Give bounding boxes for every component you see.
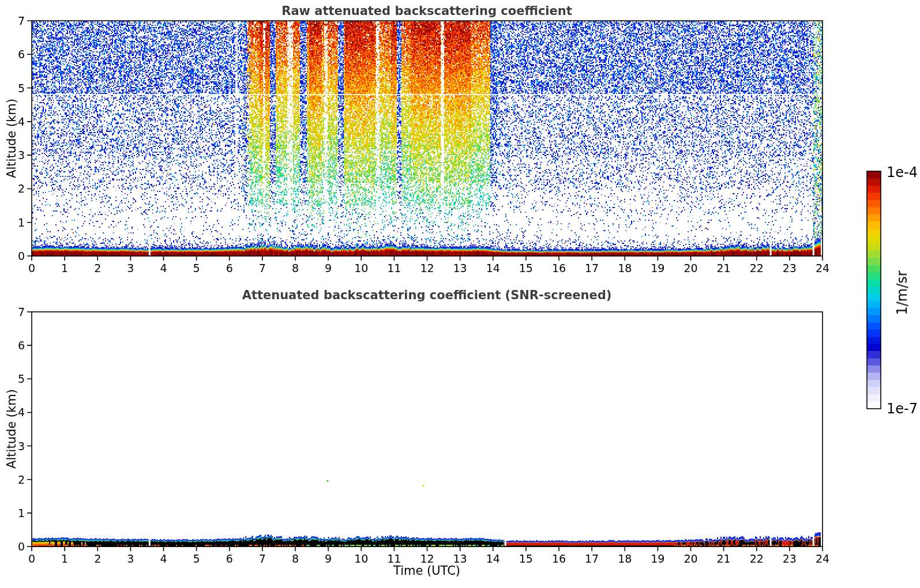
x-tick-label: 12: [420, 262, 434, 274]
x-tick-label: 2: [94, 262, 101, 274]
x-tick-label: 11: [387, 552, 401, 565]
x-tick-label: 11: [387, 262, 401, 274]
raw-panel-title: Raw attenuated backscattering coefficien…: [281, 4, 572, 18]
x-tick-label: 10: [354, 262, 368, 274]
x-tick-label: 2: [94, 552, 101, 565]
x-tick-label: 21: [717, 262, 731, 274]
x-tick-label: 22: [750, 262, 764, 274]
x-tick-label: 13: [453, 262, 467, 274]
y-tick-label: 4: [18, 406, 25, 419]
y-tick-label: 2: [18, 473, 25, 486]
x-tick-label: 23: [783, 262, 797, 274]
x-tick-label: 10: [354, 552, 368, 565]
x-tick-label: 0: [28, 552, 35, 565]
x-tick-label: 15: [519, 552, 533, 565]
x-tick-label: 23: [783, 552, 797, 565]
x-tick-label: 20: [684, 552, 697, 565]
x-tick-label: 1: [61, 262, 68, 274]
screened-y-axis-label: Altitude (km): [5, 389, 18, 469]
y-tick-label: 7: [18, 306, 25, 318]
y-tick-label: 3: [18, 440, 25, 453]
x-tick-label: 16: [552, 552, 566, 565]
x-tick-label: 12: [420, 552, 434, 565]
x-tick-label: 5: [193, 262, 200, 274]
y-tick-label: 5: [18, 82, 25, 95]
x-tick-label: 3: [127, 552, 134, 565]
x-tick-label: 0: [28, 262, 35, 274]
colorbar-max-label: 1e-4: [887, 164, 918, 180]
x-tick-label: 8: [292, 262, 299, 274]
x-tick-label: 8: [292, 552, 299, 565]
x-tick-label: 24: [816, 552, 829, 565]
x-tick-label: 13: [453, 552, 467, 565]
x-tick-label: 4: [160, 552, 167, 565]
x-tick-label: 4: [160, 262, 167, 274]
y-tick-label: 4: [18, 115, 25, 128]
x-tick-label: 6: [226, 552, 233, 565]
x-tick-label: 21: [717, 552, 731, 565]
x-tick-label: 15: [519, 262, 533, 274]
y-tick-label: 6: [18, 339, 25, 352]
x-tick-label: 18: [618, 262, 632, 274]
y-tick-label: 5: [18, 372, 25, 385]
x-tick-label: 17: [585, 552, 599, 565]
x-tick-label: 7: [259, 552, 266, 565]
y-tick-label: 2: [18, 182, 25, 195]
x-tick-label: 17: [585, 262, 599, 274]
y-tick-label: 7: [18, 14, 25, 27]
x-tick-label: 9: [325, 552, 332, 565]
y-tick-label: 0: [18, 250, 25, 262]
x-axis-label: Time (UTC): [393, 564, 460, 578]
y-tick-label: 1: [18, 507, 25, 519]
x-tick-label: 7: [259, 262, 266, 274]
x-tick-label: 24: [816, 262, 829, 274]
x-tick-label: 14: [486, 262, 500, 274]
y-tick-label: 6: [18, 48, 25, 61]
x-tick-label: 19: [651, 552, 664, 565]
x-tick-label: 5: [193, 552, 200, 565]
x-tick-label: 19: [651, 262, 664, 274]
x-tick-label: 16: [552, 262, 566, 274]
y-tick-label: 3: [18, 149, 25, 161]
raw-y-axis-label: Altitude (km): [5, 99, 18, 178]
x-tick-label: 3: [127, 262, 134, 274]
x-tick-label: 22: [750, 552, 764, 565]
x-tick-label: 6: [226, 262, 233, 274]
screened-panel-title: Attenuated backscattering coefficient (S…: [242, 288, 612, 302]
colorbar-min-label: 1e-7: [887, 401, 918, 417]
colorbar-units-label: 1/m/sr: [894, 270, 910, 315]
x-tick-label: 18: [618, 552, 632, 565]
x-tick-label: 1: [61, 552, 68, 565]
x-tick-label: 9: [325, 262, 332, 274]
figure: Raw attenuated backscattering coefficien…: [0, 0, 920, 588]
x-tick-label: 20: [684, 262, 697, 274]
y-tick-label: 0: [18, 540, 25, 553]
y-tick-label: 1: [18, 216, 25, 229]
x-tick-label: 14: [486, 552, 500, 565]
